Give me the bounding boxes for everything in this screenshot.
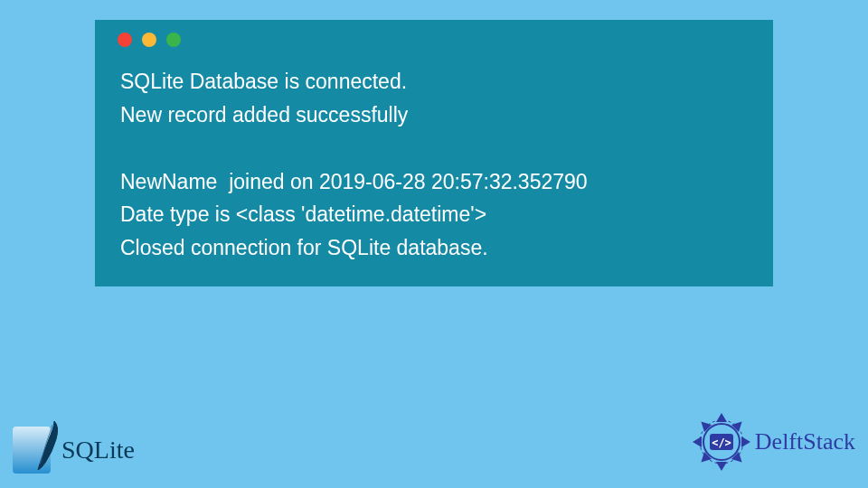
delftstack-label: DelftStack: [755, 428, 855, 455]
output-line: Date type is <class 'datetime.datetime'>: [120, 198, 748, 231]
terminal-output: SQLite Database is connected. New record…: [95, 54, 773, 268]
output-line: NewName joined on 2019-06-28 20:57:32.35…: [120, 165, 748, 199]
delftstack-logo: </> DelftStack: [690, 410, 855, 474]
output-line: SQLite Database is connected.: [120, 65, 748, 99]
svg-text:</>: </>: [712, 436, 731, 449]
maximize-icon[interactable]: [166, 33, 181, 47]
output-line: New record added successfully: [120, 99, 748, 132]
sqlite-logo: SQLite: [13, 427, 135, 474]
feather-icon: [36, 419, 61, 472]
terminal-window: SQLite Database is connected. New record…: [95, 20, 773, 286]
window-controls: [95, 20, 773, 54]
output-line: Closed connection for SQLite database.: [120, 231, 748, 265]
close-icon[interactable]: [118, 33, 132, 47]
minimize-icon[interactable]: [142, 33, 156, 47]
sqlite-label: SQLite: [61, 436, 135, 465]
output-line: [120, 132, 748, 165]
delftstack-badge-icon: </>: [690, 410, 753, 474]
